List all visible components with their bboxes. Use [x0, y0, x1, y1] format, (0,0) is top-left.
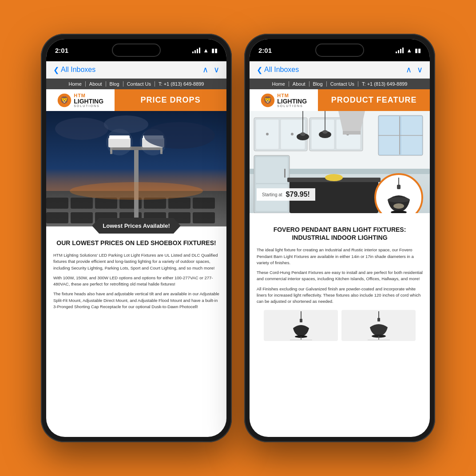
logo-lion-icon: 🦁: [57, 93, 71, 107]
nav-2-phone: T: +1 (813) 649-8899: [358, 81, 411, 87]
wifi-2-icon: ▲: [406, 47, 412, 54]
svg-rect-56: [284, 169, 286, 178]
phone-2-dynamic-island: [315, 44, 364, 57]
logo-2-lion-icon: 🦁: [261, 93, 275, 107]
phone-2-nav-arrows: ∧ ∨: [406, 65, 423, 75]
phone-1-time: 2:01: [55, 47, 68, 54]
phones-container: 2:01 ▲ ▮▮ ❮ All Inboxes: [41, 34, 435, 442]
phone-1-body-title: OUR LOWEST PRICES ON LED SHOEBOX FIXTURE…: [53, 239, 219, 247]
svg-rect-63: [343, 131, 361, 135]
phone-1-back-button[interactable]: ❮ All Inboxes: [53, 66, 95, 74]
logo-solutions: SOLUTIONS: [74, 104, 99, 107]
back-chevron-icon: ❮: [53, 66, 59, 74]
product-thumb-1: [264, 310, 338, 341]
parking-lot-svg: [46, 111, 226, 226]
phone-2-body-title: FOVERO PENDANT BARN LIGHT FIXTURES: INDU…: [257, 226, 423, 242]
svg-point-31: [70, 182, 203, 200]
svg-rect-12: [71, 212, 93, 223]
phone-1-hero-badge: Lowest Prices Available!: [92, 218, 181, 234]
phone-1-nav-arrows: ∧ ∨: [202, 65, 219, 75]
phone-1-title-section: PRICE DROPS: [115, 89, 226, 111]
nav-home[interactable]: Home: [65, 81, 86, 87]
svg-rect-11: [46, 212, 68, 223]
svg-point-29: [144, 122, 215, 149]
nav-blog[interactable]: Blog: [106, 81, 123, 87]
up-arrow-button[interactable]: ∧: [202, 65, 208, 75]
svg-point-71: [393, 203, 404, 209]
svg-point-69: [388, 197, 410, 202]
nav-2-blog[interactable]: Blog: [309, 81, 327, 87]
logo-2-lighting: LIGHTING: [277, 98, 307, 104]
pendant-light-svg: [379, 178, 419, 213]
phone-1-status-icons: ▲ ▮▮: [192, 47, 218, 54]
wifi-icon: ▲: [203, 47, 209, 54]
svg-point-66: [325, 174, 343, 181]
svg-text:🦁: 🦁: [263, 95, 272, 104]
phone-1-para-1: HTM Lighting Solutions' LED Parking Lot …: [53, 252, 219, 271]
phone-2-email-content: Home About Blog Contact Us T: +1 (813) 6…: [250, 79, 430, 437]
phone-2-status-bar: 2:01 ▲ ▮▮: [250, 39, 430, 61]
logo-2-text: HTM LIGHTING SOLUTIONS: [277, 93, 307, 107]
svg-rect-10: [193, 198, 215, 209]
product-thumb-1-svg: [288, 311, 314, 340]
phone-1-back-text: All Inboxes: [61, 66, 95, 74]
phone-1-dynamic-island: [112, 44, 161, 57]
phone-2-body: FOVERO PENDANT BARN LIGHT FIXTURES: INDU…: [250, 213, 430, 437]
phone-2-email-nav: ❮ All Inboxes ∧ ∨: [250, 61, 430, 79]
back-2-chevron-icon: ❮: [257, 66, 262, 74]
phone-2-email-title: PRODUCT FEATURE: [331, 95, 417, 105]
phone-2-logo: 🦁 HTM LIGHTING SOLUTIONS: [250, 89, 318, 111]
nav-phone: T: +1 (813) 649-8899: [155, 81, 207, 87]
phone-2-back-text: All Inboxes: [264, 66, 299, 74]
signal-bars-2-icon: [396, 48, 404, 53]
svg-rect-78: [377, 318, 380, 321]
svg-point-28: [55, 118, 108, 140]
phone-1-email-content: Home About Blog Contact Us T: +1 (813) 6…: [46, 79, 226, 437]
svg-point-30: [104, 115, 148, 133]
svg-point-70: [391, 210, 407, 213]
svg-rect-68: [397, 185, 401, 189]
phone-1-body: OUR LOWEST PRICES ON LED SHOEBOX FIXTURE…: [46, 226, 226, 437]
phone-2-time: 2:01: [258, 47, 272, 54]
phone-1-site-nav: Home About Blog Contact Us T: +1 (813) 6…: [46, 79, 226, 89]
product-thumb-2: [341, 310, 416, 341]
phone-1: 2:01 ▲ ▮▮ ❮ All Inboxes: [41, 34, 232, 442]
battery-2-icon: ▮▮: [415, 47, 421, 54]
nav-2-about[interactable]: About: [289, 81, 309, 87]
logo-lighting: LIGHTING: [74, 98, 103, 104]
svg-rect-9: [168, 198, 190, 209]
phone-1-email-title: PRICE DROPS: [141, 95, 201, 105]
phone-2-site-nav: Home About Blog Contact Us T: +1 (813) 6…: [250, 79, 430, 89]
phone-2-email-header: 🦁 HTM LIGHTING SOLUTIONS PRODUCT FEATURE: [250, 89, 430, 111]
phone-1-hero: Lowest Prices Available!: [46, 111, 226, 226]
svg-rect-17: [193, 212, 215, 223]
phone-2-product-thumbs: [257, 310, 423, 341]
phone-2-para-2: These Cord-Hung Pendant Fixtures are eas…: [257, 270, 423, 282]
phone-2-back-button[interactable]: ❮ All Inboxes: [257, 66, 299, 74]
phone-1-email-nav: ❮ All Inboxes ∧ ∨: [46, 61, 226, 79]
svg-point-51: [322, 130, 328, 134]
svg-rect-4: [46, 198, 68, 209]
nav-2-home[interactable]: Home: [269, 81, 289, 87]
svg-rect-73: [300, 319, 302, 322]
phone-1-para-3: The fixture heads also have and adjustab…: [53, 291, 219, 310]
parking-lot-image: [46, 111, 226, 226]
price-amount-text: $79.95!: [286, 190, 310, 198]
down-arrow-2-button[interactable]: ∨: [417, 65, 423, 75]
phone-2-status-icons: ▲ ▮▮: [396, 47, 421, 54]
nav-contact[interactable]: Contact Us: [123, 81, 155, 87]
svg-point-40: [291, 133, 294, 135]
signal-bars-icon: [192, 48, 200, 53]
svg-rect-54: [256, 157, 288, 183]
phone-2-price-tag: Starting at $79.95!: [257, 188, 315, 201]
up-arrow-2-button[interactable]: ∧: [406, 65, 412, 75]
phone-2: 2:01 ▲ ▮▮ ❮ All Inboxes: [244, 34, 435, 442]
product-thumb-2-svg: [365, 311, 392, 340]
battery-icon: ▮▮: [211, 47, 218, 54]
nav-about[interactable]: About: [86, 81, 106, 87]
down-arrow-button[interactable]: ∨: [214, 65, 219, 75]
phone-1-email-header: 🦁 HTM LIGHTING SOLUTIONS PRICE DROPS: [46, 89, 226, 111]
nav-2-contact[interactable]: Contact Us: [327, 81, 358, 87]
phone-1-logo: 🦁 HTM LIGHTING SOLUTIONS: [46, 89, 115, 111]
svg-text:🦁: 🦁: [60, 95, 69, 104]
